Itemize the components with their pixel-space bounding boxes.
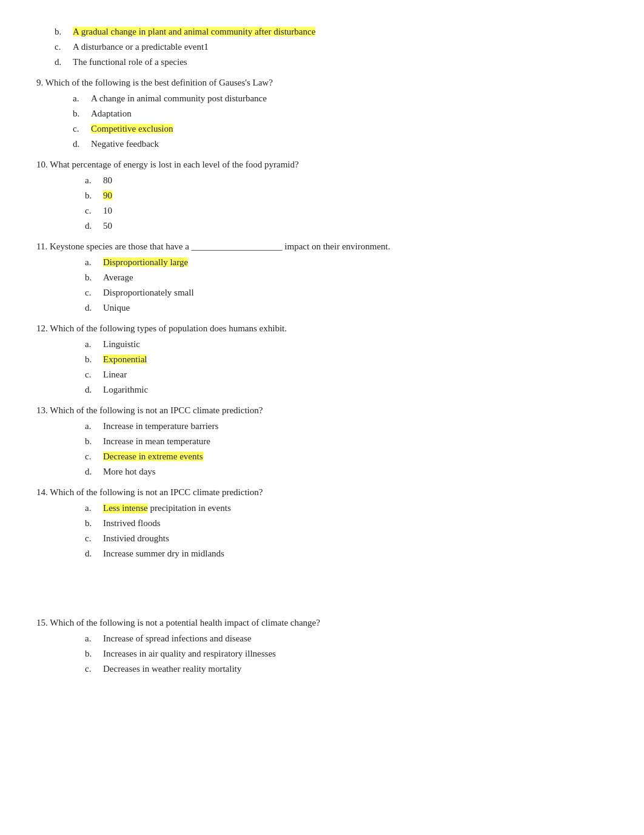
- option-text: Disproportionally large: [103, 255, 188, 269]
- list-item: a. Linguistic: [67, 337, 608, 351]
- option-label: b.: [67, 352, 103, 367]
- option-label: d.: [55, 137, 91, 151]
- question-14: 14. Which of the following is not an IPC…: [36, 485, 608, 561]
- question-9: 9. Which of the following is the best de…: [36, 75, 608, 151]
- option-label: a.: [67, 337, 103, 351]
- option-label: a.: [67, 419, 103, 433]
- option-text: Increase in temperature barriers: [103, 419, 218, 433]
- spacer: [36, 567, 608, 615]
- option-label: b.: [67, 434, 103, 448]
- question-stem: 12. Which of the following types of popu…: [36, 321, 608, 336]
- list-item: b. A gradual change in plant and animal …: [36, 24, 608, 39]
- option-label: a.: [67, 501, 103, 515]
- question-stem: 9. Which of the following is the best de…: [36, 75, 608, 90]
- option-text: Increase in mean temperature: [103, 434, 210, 448]
- list-item: b. Average: [67, 270, 608, 285]
- option-text: More hot days: [103, 464, 156, 479]
- option-text: Linear: [103, 367, 127, 382]
- question-stem: 13. Which of the following is not an IPC…: [36, 403, 608, 418]
- option-label: c.: [55, 121, 91, 136]
- option-text: Negative feedback: [91, 137, 159, 151]
- question-stem: 15. Which of the following is not a pote…: [36, 615, 608, 630]
- option-label: a.: [67, 173, 103, 188]
- question-12: 12. Which of the following types of popu…: [36, 321, 608, 397]
- list-item: d. The functional role of a species: [36, 55, 608, 69]
- option-label: d.: [67, 464, 103, 479]
- list-item: d. Unique: [67, 300, 608, 315]
- option-text: 50: [103, 218, 112, 233]
- option-label: a.: [67, 255, 103, 269]
- option-text: Competitive exclusion: [91, 121, 173, 136]
- option-text: A change in animal community post distur…: [91, 91, 267, 106]
- option-label: c.: [67, 203, 103, 218]
- option-label: b.: [55, 106, 91, 121]
- option-label: c.: [67, 449, 103, 464]
- option-label: c.: [36, 39, 73, 54]
- option-label: c.: [67, 661, 103, 676]
- option-label: d.: [67, 382, 103, 397]
- option-text: Linguistic: [103, 337, 140, 351]
- option-label: b.: [67, 270, 103, 285]
- list-item: c. A disturbance or a predictable event1: [36, 39, 608, 54]
- option-label: d.: [67, 300, 103, 315]
- list-item: d. Negative feedback: [55, 137, 608, 151]
- option-label: d.: [36, 55, 73, 69]
- option-text: A gradual change in plant and animal com…: [73, 24, 315, 39]
- option-text: Increases in air quality and respiratory…: [103, 646, 276, 661]
- option-text: Logarithmic: [103, 382, 148, 397]
- option-label: a.: [67, 631, 103, 646]
- option-text: Disproportionately small: [103, 285, 194, 300]
- option-text: Exponential: [103, 352, 147, 367]
- question-15: 15. Which of the following is not a pote…: [36, 615, 608, 676]
- list-item: b. Increases in air quality and respirat…: [67, 646, 608, 661]
- list-item: a. 80: [67, 173, 608, 188]
- option-text: Increase of spread infections and diseas…: [103, 631, 251, 646]
- list-item: c. Decrease in extreme events: [67, 449, 608, 464]
- list-item: a. A change in animal community post dis…: [55, 91, 608, 106]
- list-item: a. Increase in temperature barriers: [67, 419, 608, 433]
- list-item: d. 50: [67, 218, 608, 233]
- list-item: a. Increase of spread infections and dis…: [67, 631, 608, 646]
- option-label: c.: [67, 531, 103, 546]
- question-13: 13. Which of the following is not an IPC…: [36, 403, 608, 479]
- option-label: d.: [67, 546, 103, 561]
- option-text: Instrived floods: [103, 516, 161, 530]
- list-item: d. Logarithmic: [67, 382, 608, 397]
- list-item: b. Increase in mean temperature: [67, 434, 608, 448]
- option-label: b.: [67, 646, 103, 661]
- option-label: c.: [67, 285, 103, 300]
- question-stem: 11. Keystone species are those that have…: [36, 239, 608, 254]
- question-10: 10. What percentage of energy is lost in…: [36, 157, 608, 233]
- option-text: Unique: [103, 300, 130, 315]
- list-item: a. Less intense precipitation in events: [67, 501, 608, 515]
- list-item: c. Decreases in weather reality mortalit…: [67, 661, 608, 676]
- option-label: b.: [67, 516, 103, 530]
- list-item: c. Competitive exclusion: [55, 121, 608, 136]
- option-label: c.: [67, 367, 103, 382]
- list-item: b. Instrived floods: [67, 516, 608, 530]
- option-label: a.: [55, 91, 91, 106]
- option-text: 90: [103, 188, 112, 203]
- list-item: c. Instivied droughts: [67, 531, 608, 546]
- option-text: Decreases in weather reality mortality: [103, 661, 241, 676]
- list-item: d. Increase summer dry in midlands: [67, 546, 608, 561]
- list-item: a. Disproportionally large: [67, 255, 608, 269]
- option-text: 80: [103, 173, 112, 188]
- option-text: Decrease in extreme events: [103, 449, 203, 464]
- option-text: Increase summer dry in midlands: [103, 546, 224, 561]
- list-item: c. Disproportionately small: [67, 285, 608, 300]
- list-item: b. Exponential: [67, 352, 608, 367]
- option-label: d.: [67, 218, 103, 233]
- option-text: Instivied droughts: [103, 531, 169, 546]
- option-label: b.: [36, 24, 73, 39]
- question-stem: 14. Which of the following is not an IPC…: [36, 485, 608, 499]
- option-text: Adaptation: [91, 106, 132, 121]
- option-label: b.: [67, 188, 103, 203]
- partial-question-top: b. A gradual change in plant and animal …: [36, 24, 608, 69]
- list-item: b. 90: [67, 188, 608, 203]
- list-item: b. Adaptation: [55, 106, 608, 121]
- list-item: c. Linear: [67, 367, 608, 382]
- question-stem: 10. What percentage of energy is lost in…: [36, 157, 608, 172]
- option-text: A disturbance or a predictable event1: [73, 39, 209, 54]
- list-item: c. 10: [67, 203, 608, 218]
